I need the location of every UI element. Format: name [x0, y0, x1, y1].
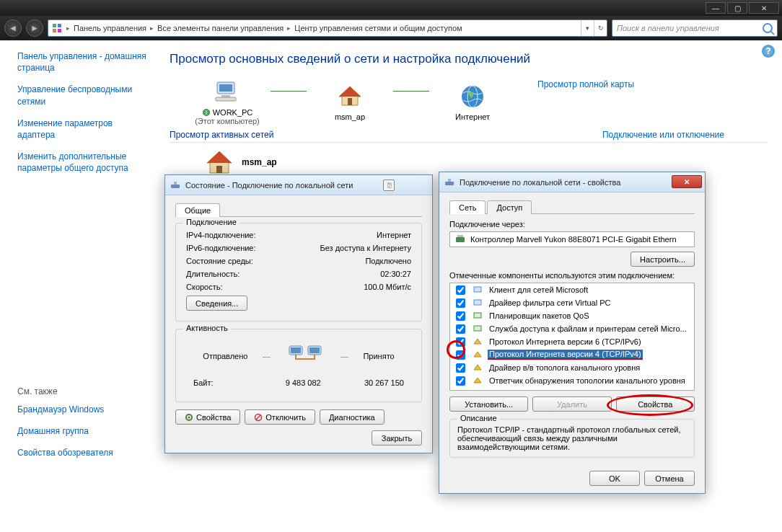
protocol-icon	[472, 349, 483, 360]
configure-button[interactable]: Настроить...	[631, 252, 695, 267]
bytes-sent: 9 483 082	[286, 378, 321, 387]
component-checkbox[interactable]	[456, 324, 465, 334]
tab-general[interactable]: Общие	[175, 203, 220, 217]
properties-dialog: Подключение по локальной сети - свойства…	[439, 172, 706, 494]
address-bar[interactable]: ▸ Панель управления▸ Все элементы панели…	[48, 19, 607, 37]
svg-rect-7	[216, 97, 236, 101]
component-checkbox[interactable]	[456, 285, 465, 295]
properties-button[interactable]: Свойства	[175, 409, 240, 425]
view-full-map-link[interactable]: Просмотр полной карты	[537, 79, 634, 89]
svg-rect-29	[474, 313, 481, 318]
control-panel-icon	[51, 22, 63, 34]
component-label: Клиент для сетей Microsoft	[488, 285, 589, 294]
ipv6-value: Без доступа к Интернету	[320, 244, 411, 252]
svg-rect-14	[174, 182, 177, 185]
svg-rect-0	[53, 24, 56, 27]
tab-network[interactable]: Сеть	[449, 200, 486, 214]
back-button[interactable]: ◄	[4, 19, 22, 37]
navigation-bar: ◄ ► ▸ Панель управления▸ Все элементы па…	[0, 16, 782, 40]
diagnose-button[interactable]: Диагностика	[320, 409, 385, 425]
breadcrumb[interactable]: Все элементы панели управления	[156, 20, 285, 36]
sidebar-home[interactable]: Панель управления - домашняя страница	[17, 50, 148, 74]
svg-rect-12	[216, 166, 222, 173]
disable-button[interactable]: Отключить	[245, 409, 315, 425]
components-list[interactable]: Клиент для сетей Microsoft Драйвер фильт…	[449, 283, 695, 391]
breadcrumb[interactable]: Центр управления сетями и общим доступом	[293, 20, 463, 36]
component-checkbox[interactable]	[456, 311, 465, 321]
sidebar-link-adapter[interactable]: Изменение параметров адаптера	[17, 118, 148, 141]
sidebar: Панель управления - домашняя страница Уп…	[0, 40, 155, 532]
svg-rect-24	[448, 179, 451, 182]
network-name: msm_ap	[242, 157, 277, 167]
forward-button[interactable]: ►	[26, 19, 43, 37]
component-label: Драйвер фильтра сети Virtual PC	[488, 298, 612, 307]
dialog-title: Состояние - Подключение по локальной сет…	[185, 181, 353, 190]
sidebar-link-sharing[interactable]: Изменить дополнительные параметры общего…	[17, 151, 148, 174]
service-icon	[472, 310, 483, 322]
ipv4-label: IPv4-подключение:	[186, 231, 256, 239]
svg-rect-25	[456, 237, 465, 242]
dialog-titlebar[interactable]: Состояние - Подключение по локальной сет…	[165, 175, 432, 195]
globe-icon	[202, 108, 211, 117]
refresh-button[interactable]: ↻	[594, 20, 607, 36]
sidebar-link-wireless[interactable]: Управление беспроводными сетями	[17, 84, 148, 107]
bytes-received: 30 267 150	[364, 378, 404, 387]
component-label: Драйвер в/в тополога канального уровня	[488, 363, 641, 372]
svg-rect-9	[348, 98, 352, 105]
address-dropdown[interactable]: ▾	[581, 20, 594, 36]
window-titlebar: — ▢ ✕	[0, 0, 782, 16]
component-checkbox[interactable]	[456, 298, 465, 308]
remove-button: Удалить	[532, 396, 611, 412]
dialog-help-button[interactable]: ⍰	[383, 179, 395, 191]
node-sublabel: (Этот компьютер)	[184, 117, 271, 125]
close-dialog-button[interactable]: Закрыть	[372, 430, 422, 445]
ok-button[interactable]: OK	[589, 471, 640, 486]
svg-rect-3	[58, 29, 61, 32]
node-label: Интернет	[429, 112, 516, 121]
house-icon	[336, 84, 364, 110]
maximize-button[interactable]: ▢	[727, 2, 747, 14]
media-value: Подключено	[365, 257, 411, 265]
install-button[interactable]: Установить...	[449, 396, 528, 412]
cancel-button[interactable]: Отмена	[644, 471, 695, 486]
search-input[interactable]: Поиск в панели управления	[612, 19, 778, 37]
svg-rect-17	[291, 347, 301, 353]
duration-label: Длительность:	[186, 270, 240, 278]
close-button[interactable]: ✕	[749, 2, 779, 14]
description-title: Описание	[457, 414, 500, 422]
component-label: Ответчик обнаружения топологии канальног…	[488, 376, 687, 385]
component-checkbox[interactable]	[456, 376, 465, 386]
sidebar-see-firewall[interactable]: Брандмауэр Windows	[17, 404, 148, 415]
tab-sharing[interactable]: Доступ	[487, 200, 532, 214]
svg-point-20	[188, 416, 190, 418]
see-also-heading: См. также	[17, 386, 148, 396]
ipv4-value: Интернет	[377, 231, 411, 239]
svg-rect-2	[53, 29, 56, 32]
sent-label: Отправлено	[203, 352, 247, 360]
sidebar-see-homegroup[interactable]: Домашняя группа	[17, 425, 148, 437]
components-label: Отмеченные компоненты используются этим …	[449, 271, 695, 280]
sidebar-see-inetopts[interactable]: Свойства обозревателя	[17, 447, 148, 458]
minimize-button[interactable]: —	[706, 2, 726, 14]
svg-rect-5	[219, 84, 232, 92]
help-button[interactable]: ?	[762, 45, 775, 58]
breadcrumb[interactable]: Панель управления	[72, 20, 148, 36]
component-checkbox[interactable]	[456, 363, 465, 373]
globe-icon	[459, 83, 486, 110]
component-checkbox[interactable]	[456, 350, 465, 360]
media-label: Состояние среды:	[186, 257, 253, 265]
bytes-label: Байт:	[193, 378, 214, 387]
svg-rect-18	[309, 347, 320, 353]
status-dialog: Состояние - Подключение по локальной сет…	[164, 174, 433, 453]
dialog-titlebar[interactable]: Подключение по локальной сети - свойства…	[439, 172, 705, 192]
svg-line-22	[256, 415, 260, 420]
details-button[interactable]: Сведения...	[186, 296, 247, 311]
connect-via-label: Подключение через:	[449, 220, 695, 229]
component-checkbox[interactable]	[456, 337, 465, 347]
search-icon	[763, 23, 773, 33]
component-label: Планировщик пакетов QoS	[488, 311, 591, 320]
component-properties-button[interactable]: Свойства	[616, 396, 695, 412]
close-button[interactable]: ✕	[672, 175, 702, 188]
connect-disconnect-link[interactable]: Подключение или отключение	[602, 130, 724, 140]
network-map: WORK_PC (Этот компьютер) msm_ap Интернет	[184, 76, 516, 125]
